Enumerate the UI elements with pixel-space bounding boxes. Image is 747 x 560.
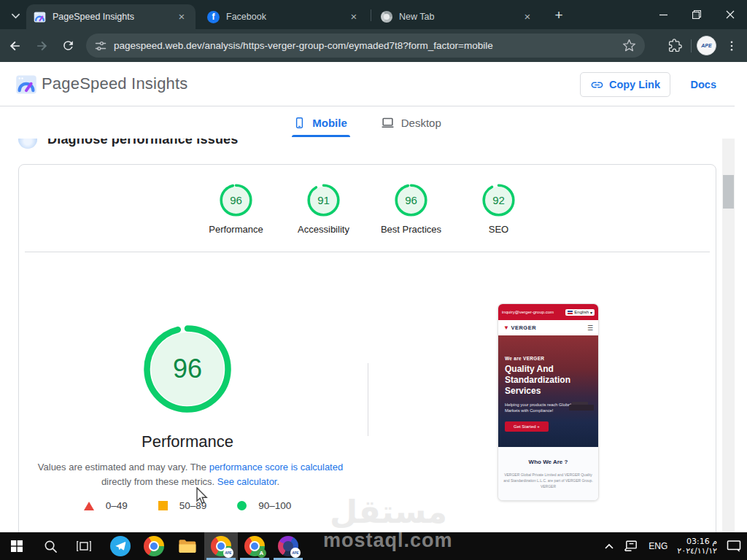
screen: PageSpeed Insights × f Facebook × New Ta…: [0, 0, 747, 560]
card-divider: [25, 252, 710, 252]
see-calculator-link[interactable]: See calculator: [217, 476, 277, 487]
performance-score-gauge: 96: [142, 324, 233, 414]
taskbar-app-ape[interactable]: APE: [271, 532, 305, 560]
taskbar-search-button[interactable]: [34, 532, 67, 560]
tab-desktop[interactable]: Desktop: [381, 116, 441, 130]
minimize-button[interactable]: [646, 0, 680, 29]
new-tab-button[interactable]: +: [549, 6, 568, 25]
chrome-icon: [144, 536, 164, 556]
chrome-icon: APE: [211, 536, 231, 556]
score-cell-best-practices[interactable]: 96 Best Practices: [368, 183, 455, 235]
a-badge-icon: A: [257, 548, 266, 558]
forward-icon[interactable]: [31, 35, 53, 57]
caret-down-icon: ▾: [590, 310, 592, 315]
score-value: 91: [306, 183, 341, 217]
scrollbar-thumb[interactable]: [723, 175, 734, 209]
legend-range: 90–100: [258, 500, 291, 511]
extensions-icon[interactable]: [664, 35, 686, 57]
clock-time: 03:16 م: [677, 537, 717, 546]
who-we-are-title: Who We Are ?: [498, 459, 598, 465]
clock[interactable]: 03:16 م ٢٠٢٤/١١/١٢: [677, 537, 717, 556]
score-calculated-link[interactable]: performance score is calculated: [209, 462, 344, 472]
start-button[interactable]: [0, 532, 34, 560]
task-view-button[interactable]: [67, 532, 101, 560]
score-value: 96: [219, 183, 253, 217]
verger-logo: ▼VERGER: [503, 324, 536, 331]
url-text[interactable]: pagespeed.web.dev/analysis/https-verger-…: [114, 40, 622, 51]
windows-logo-icon: [11, 540, 23, 552]
tab-newtab[interactable]: New Tab ×: [374, 4, 541, 29]
docs-link[interactable]: Docs: [691, 79, 716, 90]
score-cell-accessibility[interactable]: 91 Accessibility: [280, 183, 368, 235]
seo-gauge: 92: [481, 183, 516, 217]
site-settings-icon[interactable]: [95, 40, 107, 52]
copy-link-button[interactable]: Copy Link: [580, 72, 670, 97]
taskbar-telegram[interactable]: [104, 532, 137, 560]
tab-facebook[interactable]: f Facebook ×: [200, 4, 368, 29]
address-bar[interactable]: pagespeed.web.dev/analysis/https-verger-…: [86, 34, 645, 58]
page-content: PageSpeed Insights Copy Link Docs Mobile…: [0, 62, 735, 532]
close-window-button[interactable]: [713, 0, 747, 29]
hero-kicker: We are VERGER: [505, 356, 592, 361]
bookmark-star-icon[interactable]: [622, 39, 636, 52]
preview-navbar: ▼VERGER ☰: [498, 320, 598, 335]
tab-title: Facebook: [226, 12, 347, 22]
tab-search-icon[interactable]: [7, 7, 23, 23]
taskbar-chrome[interactable]: [137, 532, 171, 560]
tab-mobile[interactable]: Mobile: [293, 116, 347, 130]
green-circle-icon: [237, 501, 247, 510]
score-value: 92: [481, 183, 516, 217]
get-started-button: Get Started +: [505, 421, 549, 432]
desc-text: directly from these metrics.: [101, 476, 217, 487]
site-screenshot-preview: inquiry@verger-group.com English▾ ▼VERGE…: [498, 303, 599, 501]
pagespeed-favicon: [34, 11, 46, 23]
tab-close-icon[interactable]: ×: [347, 10, 360, 23]
folder-icon: [178, 538, 197, 554]
copy-link-label: Copy Link: [609, 79, 660, 90]
preview-hero: We are VERGER Quality AndStandardization…: [498, 335, 598, 447]
tab-pagespeed[interactable]: PageSpeed Insights ×: [26, 4, 196, 29]
desc-text: Values are estimated and may vary. The: [38, 462, 209, 472]
preview-lang-label: English: [574, 310, 589, 314]
hidden-icons-chevron[interactable]: [604, 542, 614, 550]
performance-score-value: 96: [142, 324, 233, 414]
tab-close-icon[interactable]: ×: [175, 10, 188, 23]
search-icon: [44, 540, 58, 553]
action-center-icon[interactable]: [727, 540, 741, 553]
telegram-icon: [110, 536, 131, 556]
pagespeed-logo: [15, 74, 37, 96]
taskbar-chrome-profile-2[interactable]: A: [238, 532, 271, 560]
ape-badge-icon: APE: [223, 548, 233, 558]
score-cell-performance[interactable]: 96 Performance: [193, 183, 280, 235]
score-legend: 0–49 50–89 90–100: [19, 500, 356, 511]
profile-avatar[interactable]: APE: [697, 36, 716, 55]
link-icon: [590, 78, 604, 92]
tab-mobile-label: Mobile: [312, 117, 347, 129]
browser-tab-strip: PageSpeed Insights × f Facebook × New Ta…: [0, 0, 747, 29]
score-label: SEO: [489, 224, 508, 235]
task-view-icon: [77, 540, 91, 552]
maximize-button[interactable]: [680, 0, 713, 29]
device-tabs-bar: Mobile Desktop: [0, 106, 735, 139]
page-scrollbar[interactable]: [722, 124, 735, 532]
back-icon[interactable]: [4, 35, 26, 57]
browser-menu-icon[interactable]: [721, 35, 743, 57]
language-indicator[interactable]: ENG: [649, 541, 667, 551]
clock-date: ٢٠٢٤/١١/١٢: [677, 546, 717, 556]
watermark-arabic: مستقل: [330, 493, 447, 530]
desc-text: .: [276, 476, 279, 487]
uk-flag-icon: [568, 311, 573, 314]
preview-email: inquiry@verger-group.com: [502, 310, 554, 314]
performance-gauge: 96: [219, 183, 253, 217]
reload-icon[interactable]: [57, 35, 79, 57]
tab-close-icon[interactable]: ×: [521, 10, 534, 23]
score-cell-seo[interactable]: 92 SEO: [455, 183, 543, 235]
page-title: PageSpeed Insights: [42, 74, 188, 93]
network-icon[interactable]: [624, 540, 639, 553]
preview-language-selector: English▾: [565, 309, 595, 316]
taskbar-file-explorer[interactable]: [171, 532, 204, 560]
toolbar-right: APE: [664, 29, 743, 62]
chrome-icon: A: [244, 536, 265, 556]
column-divider: [368, 363, 368, 436]
taskbar-chrome-profile-1[interactable]: APE: [204, 532, 238, 560]
